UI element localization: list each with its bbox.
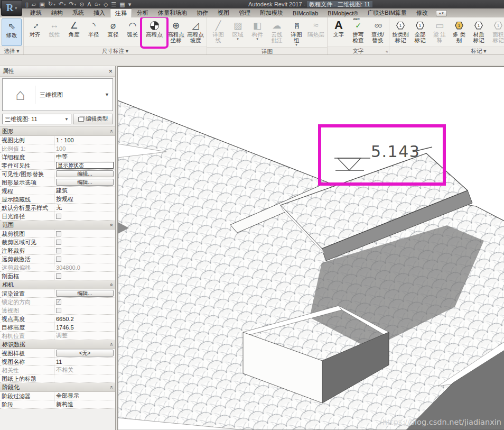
checkbox-input[interactable] xyxy=(56,214,61,219)
property-value-box[interactable]: 显示原状态 xyxy=(56,162,114,169)
chevron-down-icon[interactable]: ▾ xyxy=(295,43,297,47)
tab-systems[interactable]: 系统 xyxy=(68,8,89,17)
property-value-cell[interactable]: <无> xyxy=(54,349,115,357)
collapse-chevron-icon[interactable]: » xyxy=(109,223,115,226)
tab-annotate[interactable]: 注释 xyxy=(110,8,132,17)
property-value-cell[interactable] xyxy=(54,238,115,246)
text-note-icon[interactable]: A xyxy=(87,1,91,8)
collapse-chevron-icon[interactable]: » xyxy=(109,283,115,286)
property-value-cell[interactable]: 编辑... xyxy=(54,170,115,178)
property-value-cell[interactable] xyxy=(54,374,115,382)
spot-elevation-value[interactable]: 5.143 xyxy=(371,142,420,161)
section-header[interactable]: 范围» xyxy=(0,221,115,230)
save-icon[interactable]: ▣ xyxy=(40,1,45,8)
chevron-down-icon[interactable]: ▼ xyxy=(64,117,69,122)
chevron-down-icon[interactable]: ▾ xyxy=(237,38,239,41)
tab-bimcollab[interactable]: BIMcollab xyxy=(288,8,323,17)
diameter-dimension-button[interactable]: ⌀直径 xyxy=(104,19,123,46)
detail-group-button[interactable]: [A]详图 组▾ xyxy=(287,19,306,47)
collapse-chevron-icon[interactable]: » xyxy=(109,130,115,133)
tab-manage[interactable]: 管理 xyxy=(234,8,255,17)
thin-lines-icon[interactable]: ☰ xyxy=(111,1,116,8)
render-icon[interactable]: ◇ xyxy=(104,1,108,8)
checkbox-input[interactable] xyxy=(56,231,61,236)
section-header[interactable]: 标识数据» xyxy=(0,340,115,349)
spot-elevation-button[interactable]: 高程点 xyxy=(143,19,166,46)
close-icon[interactable]: × xyxy=(108,67,113,75)
checkbox-input[interactable] xyxy=(56,308,61,313)
property-value-cell[interactable]: ✓ xyxy=(54,298,115,306)
property-edit-button[interactable]: 编辑... xyxy=(56,290,114,297)
property-value-cell[interactable] xyxy=(54,230,115,237)
tab-addins[interactable]: 附加模块 xyxy=(255,8,288,17)
new-file-icon[interactable]: ▯ xyxy=(25,1,29,8)
undo-icon[interactable]: ↶▾ xyxy=(59,0,66,8)
open-file-icon[interactable]: ▱ xyxy=(32,1,36,8)
property-value-cell[interactable]: 显示原状态 xyxy=(54,161,115,169)
panel-detail-label[interactable]: 详图 xyxy=(207,47,327,55)
tab-architecture[interactable]: 建筑 xyxy=(25,8,46,17)
default-3d-view-icon[interactable]: ⌂▾ xyxy=(95,0,100,8)
tab-view[interactable]: 视图 xyxy=(213,8,234,17)
3d-view[interactable]: 5.143 https://blog.csdn.net/jiadianxin xyxy=(118,67,504,430)
tab-analyze[interactable]: 分析 xyxy=(132,8,153,17)
type-selector[interactable]: ⌂ 三维视图 ▼ xyxy=(2,78,113,111)
arc-length-dimension-button[interactable]: ◠弧长 xyxy=(123,19,142,46)
checkbox-input[interactable] xyxy=(56,240,61,245)
revit-application-menu-button[interactable]: R ▾ xyxy=(1,0,22,16)
property-value-cell[interactable]: 不相关 xyxy=(54,366,115,374)
close-hidden-windows-icon[interactable]: ▦ xyxy=(119,1,125,8)
property-value-cell[interactable] xyxy=(54,255,115,263)
spot-slope-button[interactable]: ◿高程点 坡度 xyxy=(186,19,205,46)
property-value-cell[interactable]: 编辑... xyxy=(54,289,115,297)
property-value-cell[interactable] xyxy=(54,246,115,254)
section-header[interactable]: 图形» xyxy=(0,127,115,136)
property-value-cell[interactable]: 6650.2 xyxy=(54,315,115,323)
property-value-cell[interactable]: 新构造 xyxy=(54,400,115,408)
property-value-cell[interactable] xyxy=(54,306,115,314)
tag-all-button[interactable]: 1全部 标记 xyxy=(410,19,430,46)
property-value-cell[interactable]: 1 : 100 xyxy=(54,136,115,144)
tab-glodon-bim[interactable]: 广联达BIM算量 xyxy=(362,8,412,17)
property-value-cell[interactable]: 建筑 xyxy=(54,187,115,195)
angular-dimension-button[interactable]: ∠角度 xyxy=(64,19,83,46)
section-header[interactable]: 阶段化» xyxy=(0,383,115,392)
tab-structure[interactable]: 结构 xyxy=(46,8,68,17)
instance-selector-combobox[interactable]: 三维视图: 11 ▼ xyxy=(2,114,71,124)
redo-icon[interactable]: ↷▾ xyxy=(69,0,76,8)
property-value-cell[interactable]: 11 xyxy=(54,358,115,365)
section-header[interactable]: 相机» xyxy=(0,280,115,289)
property-value-cell[interactable]: 编辑... xyxy=(54,178,115,186)
find-replace-button[interactable]: ⊙⊙查找/ 替换 xyxy=(368,19,387,46)
aligned-dimension-button[interactable]: ↔对齐 xyxy=(25,19,44,46)
sync-icon[interactable]: ↻▾ xyxy=(48,0,55,8)
checkbox-input[interactable] xyxy=(56,257,61,262)
ribbon-collapse-button[interactable]: ▴ ▾ xyxy=(436,10,447,16)
spot-coordinate-button[interactable]: ⊕高程点 坐标 xyxy=(166,19,185,46)
property-value-cell[interactable]: 中等 xyxy=(54,153,115,161)
multi-category-button[interactable]: 1多 类别 xyxy=(450,19,469,46)
edit-type-button[interactable]: 编辑类型 xyxy=(73,114,113,124)
checkbox-input[interactable] xyxy=(56,273,61,279)
chevron-down-icon[interactable]: ▾ xyxy=(256,38,258,41)
tab-massing-site[interactable]: 体量和场地 xyxy=(153,8,192,17)
property-value-cell[interactable]: 无 xyxy=(54,204,115,212)
tab-insert[interactable]: 插入 xyxy=(89,8,110,17)
collapse-chevron-icon[interactable]: » xyxy=(109,386,115,389)
qat-customize-icon[interactable]: ▾ xyxy=(128,1,132,8)
property-value-cell[interactable] xyxy=(54,272,115,280)
checkbox-input[interactable] xyxy=(56,248,61,253)
properties-header[interactable]: 属性 × xyxy=(0,66,115,77)
property-value-cell[interactable]: 全部显示 xyxy=(54,392,115,400)
panel-text-label[interactable]: 文字» xyxy=(328,47,389,54)
property-value-cell[interactable]: 按规程 xyxy=(54,195,115,203)
property-value-cell[interactable]: 1746.5 xyxy=(54,323,115,331)
property-value-cell[interactable]: 304800.0 xyxy=(54,263,115,271)
chevron-down-icon[interactable]: ▼ xyxy=(105,92,109,97)
material-tag-button[interactable]: 1材质 标记 xyxy=(469,19,488,46)
tab-collaborate[interactable]: 协作 xyxy=(192,8,213,17)
panel-select-label[interactable]: 选择 ▾ xyxy=(0,47,23,54)
property-edit-button[interactable]: 编辑... xyxy=(56,179,114,186)
drawing-area[interactable]: 5.143 https://blog.csdn.net/jiadianxin xyxy=(117,66,504,430)
panel-dimension-label[interactable]: 尺寸标注 ▾ xyxy=(24,47,207,54)
